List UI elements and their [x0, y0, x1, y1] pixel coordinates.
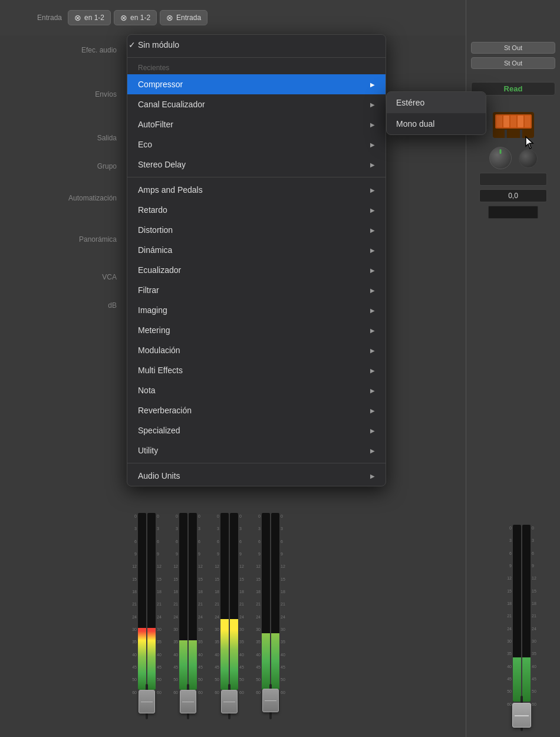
- menu-item-compressor[interactable]: Compressor ▶: [127, 74, 386, 94]
- knob-dot-1: [499, 149, 501, 154]
- menu-item-eco[interactable]: Eco ▶: [127, 134, 386, 154]
- vu-bar-6: [230, 513, 238, 690]
- knob-2[interactable]: [519, 149, 538, 168]
- scale-left: 0 3 6 9 12 15 18 21 24 30 35 40 45 50 60: [132, 513, 137, 696]
- right-vu-bar-2: [522, 525, 531, 702]
- right-vu-bar-1: [513, 525, 521, 702]
- mouse-cursor: [525, 136, 536, 150]
- menu-item-dinamica[interactable]: Dinámica ▶: [127, 240, 386, 260]
- arrow-stereo-delay: ▶: [370, 162, 375, 168]
- submenu-estereo[interactable]: Estéreo: [387, 92, 486, 113]
- vu-fill-1: [138, 628, 146, 690]
- arrow-distortion: ▶: [370, 227, 375, 233]
- arrow-autofilter: ▶: [370, 121, 375, 128]
- grupo-label: Grupo: [0, 152, 124, 180]
- knob-row: [489, 147, 538, 169]
- submenu-mono-dual[interactable]: Mono dual: [387, 113, 486, 134]
- right-fader-handle[interactable]: [513, 696, 531, 731]
- menu-item-reverberacion[interactable]: Reverberación ▶: [127, 400, 386, 420]
- menu-item-metering[interactable]: Metering ▶: [127, 320, 386, 340]
- fader-handle-3[interactable]: [220, 684, 238, 719]
- input-btn-2[interactable]: ⊗ en 1-2: [114, 10, 157, 25]
- vu-bar-2: [147, 513, 156, 690]
- right-fader-strip: 0 3 6 9 12 15 18 21 24 30 35 40 45 50 60…: [495, 525, 548, 731]
- menu-item-autofilter[interactable]: AutoFilter ▶: [127, 114, 386, 134]
- menu-item-audio-units[interactable]: Audio Units ▶: [127, 466, 386, 486]
- arrow-reverberacion: ▶: [370, 407, 375, 414]
- menu-item-modulacion[interactable]: Modulación ▶: [127, 340, 386, 360]
- menu-item-canal-ecualizador[interactable]: Canal Ecualizador ▶: [127, 94, 386, 114]
- vu-bar-4: [189, 513, 197, 690]
- side-labels: Efec. audio Envíos Salida Grupo Automati…: [0, 35, 124, 320]
- efec-audio-label: Efec. audio: [0, 35, 124, 65]
- db-label: dB: [0, 291, 124, 320]
- envios-label: Envíos: [0, 65, 124, 124]
- scale-right: 0 3 6 9 12 15 18 21 24 30 35 40 45 50 60: [157, 513, 162, 696]
- dropdown-menu: ✓ Sin módulo Recientes Compressor ▶ Cana…: [127, 34, 386, 486]
- menu-item-distortion[interactable]: Distortion ▶: [127, 220, 386, 240]
- menu-item-imaging[interactable]: Imaging ▶: [127, 300, 386, 320]
- menu-item-ecualizador[interactable]: Ecualizador ▶: [127, 260, 386, 280]
- input-btn-3[interactable]: ⊗ Entrada: [160, 10, 207, 25]
- menu-item-nota[interactable]: Nota ▶: [127, 380, 386, 400]
- arrow-filtrar: ▶: [370, 287, 375, 294]
- db-value: 0,0: [479, 189, 546, 202]
- compressor-submenu: Estéreo Mono dual: [386, 91, 486, 135]
- recientes-header: Recientes: [127, 60, 386, 74]
- menu-item-retardo[interactable]: Retardo ▶: [127, 200, 386, 220]
- menu-item-utility[interactable]: Utility ▶: [127, 440, 386, 460]
- link-icon-2: ⊗: [120, 13, 127, 22]
- menu-item-amps[interactable]: Amps and Pedals ▶: [127, 180, 386, 200]
- arrow-eco: ▶: [370, 142, 375, 148]
- arrow-audio-units: ▶: [370, 473, 375, 479]
- arrow-metering: ▶: [370, 327, 375, 334]
- fader-strip-4: 0 3 6 9 12 15 18 21 24 30 35 40 45 50 60: [251, 513, 291, 719]
- arrow-compressor: ▶: [370, 81, 375, 88]
- arrow-retardo: ▶: [370, 207, 375, 213]
- st-out-btn-1[interactable]: St Out: [471, 42, 555, 54]
- arrow-specialized: ▶: [370, 427, 375, 434]
- separator-2: [127, 177, 386, 177]
- vu-bar-8: [271, 513, 279, 690]
- knob-1[interactable]: [489, 147, 512, 169]
- input-btn-1[interactable]: ⊗ en 1-2: [68, 10, 111, 25]
- separator-3: [127, 463, 386, 463]
- fader-strip-3: 0 3 6 9 12 15 18 21 24 30 35 40 45 50 60: [209, 513, 249, 719]
- check-mark: ✓: [129, 40, 136, 50]
- menu-item-stereo-delay[interactable]: Stereo Delay ▶: [127, 154, 386, 175]
- arrow-imaging: ▶: [370, 307, 375, 314]
- menu-item-multi-effects[interactable]: Multi Effects ▶: [127, 360, 386, 380]
- arrow-nota: ▶: [370, 387, 375, 394]
- arrow-multi-effects: ▶: [370, 367, 375, 374]
- arrow-canal: ▶: [370, 101, 375, 108]
- arrow-modulacion: ▶: [370, 347, 375, 354]
- arrow-amps: ▶: [370, 187, 375, 193]
- fader-handle-4[interactable]: [262, 684, 279, 719]
- vu-bar-7: [262, 513, 270, 690]
- arrow-ecualizador: ▶: [370, 267, 375, 274]
- salida-label: Salida: [0, 124, 124, 152]
- st-out-btn-2[interactable]: St Out: [471, 57, 555, 69]
- separator-1: [127, 57, 386, 58]
- fader-handle-2[interactable]: [179, 684, 197, 719]
- synth-image: [493, 112, 534, 138]
- vca-field: [479, 173, 546, 186]
- vu-meters-area: 0 3 6 9 12 15 18 21 24 30 35 40 45 50 60: [127, 507, 460, 737]
- menu-item-sin-modulo[interactable]: ✓ Sin módulo: [127, 35, 386, 55]
- vu-bar-5: [220, 513, 229, 690]
- link-icon-3: ⊗: [166, 13, 173, 22]
- fader-handle-1[interactable]: [138, 684, 156, 719]
- vu-bar-1: [138, 513, 146, 690]
- arrow-utility: ▶: [370, 448, 375, 454]
- vca-label: VCA: [0, 263, 124, 291]
- panoramica-label: Panorámica: [0, 216, 124, 263]
- fader-strip-1: 0 3 6 9 12 15 18 21 24 30 35 40 45 50 60: [127, 513, 167, 719]
- menu-item-filtrar[interactable]: Filtrar ▶: [127, 280, 386, 300]
- menu-item-specialized[interactable]: Specialized ▶: [127, 420, 386, 440]
- fader-strip-2: 0 3 6 9 12 15 18 21 24 30 35 40 45 50 60: [168, 513, 208, 719]
- vu-bar-3: [179, 513, 187, 690]
- db-box: [488, 206, 539, 219]
- link-icon-1: ⊗: [74, 13, 81, 22]
- entrada-label: Entrada: [9, 14, 68, 22]
- arrow-dinamica: ▶: [370, 247, 375, 254]
